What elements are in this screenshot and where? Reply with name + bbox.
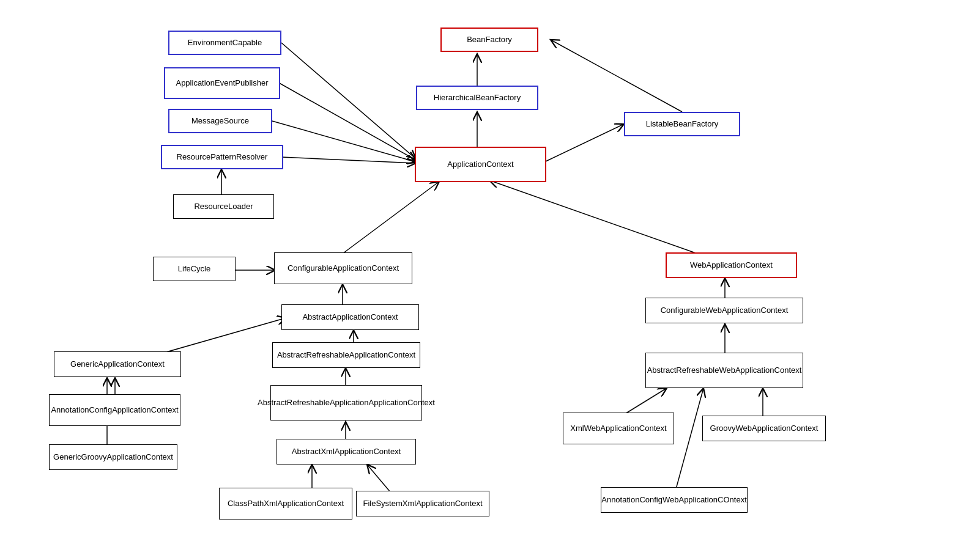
svg-line-11 — [489, 180, 697, 254]
abstractxmlapplicationcontext-node: AbstractXmlApplicationContext — [277, 439, 416, 464]
svg-line-6 — [278, 83, 416, 160]
genericapplicationcontext-node: GenericApplicationContext — [54, 351, 181, 377]
annotationconfigwebapplicationcontext-node: AnnotationConfigWebApplicationCOntext — [601, 487, 748, 513]
genericgroovyapplicationcontext-node: GenericGroovyApplicationContext — [49, 444, 177, 470]
abstractrefreshablewebapplicationcontext-label: AbstractRefreshableWebApplicationContext — [647, 365, 802, 376]
environmentcapable-label: EnvironmentCapable — [188, 38, 262, 48]
svg-line-5 — [281, 43, 416, 159]
groovywebapplicationcontext-label: GroovyWebApplicationContext — [710, 424, 819, 434]
beanfactory-label: BeanFactory — [467, 35, 512, 45]
hierarchicalbeanfactory-label: HierarchicalBeanFactory — [434, 93, 521, 103]
configurablewebapplicationcontext-node: ConfigurableWebApplicationContext — [645, 298, 803, 323]
resourceloader-label: ResourceLoader — [194, 202, 253, 212]
environmentcapable-node: EnvironmentCapable — [168, 31, 281, 55]
filesystemxmlapplicationcontext-node: FileSystemXmlApplicationContext — [356, 491, 489, 516]
beanfactory-node: BeanFactory — [440, 28, 538, 52]
abstractrefreshableapplicationcontext-node: AbstractRefreshableApplicationContext — [272, 342, 420, 368]
annotationconfigapplicationcontext-label: AnnotationConfigApplicationContext — [51, 405, 178, 416]
svg-line-26 — [676, 388, 703, 489]
svg-line-3 — [551, 40, 682, 112]
abstractrefreshablewebapplicationcontext-node: AbstractRefreshableWebApplicationContext — [645, 353, 803, 388]
annotationconfigwebapplicationcontext-label: AnnotationConfigWebApplicationCOntext — [601, 495, 747, 505]
hierarchicalbeanfactory-node: HierarchicalBeanFactory — [416, 86, 538, 110]
groovywebapplicationcontext-node: GroovyWebApplicationContext — [702, 416, 826, 441]
configurablewebapplicationcontext-label: ConfigurableWebApplicationContext — [661, 306, 789, 316]
messagesource-label: MessageSource — [191, 116, 249, 127]
resourcepatternresolver-label: ResourcePatternResolver — [177, 152, 268, 163]
svg-line-10 — [343, 182, 439, 254]
abstractrefreshableapplicationcontext-label: AbstractRefreshableApplicationContext — [277, 350, 415, 361]
filesystemxmlapplicationcontext-label: FileSystemXmlApplicationContext — [363, 499, 482, 509]
abstractxmlapplicationcontext-label: AbstractXmlApplicationContext — [292, 447, 401, 457]
svg-line-8 — [281, 157, 416, 163]
xmlwebapplicationcontext-node: XmlWebApplicationContext — [563, 413, 674, 444]
annotationconfigapplicationcontext-node: AnnotationConfigApplicationContext — [49, 394, 180, 426]
svg-line-7 — [272, 121, 416, 162]
resourceloader-node: ResourceLoader — [173, 194, 274, 219]
lifecycle-label: LifeCycle — [178, 264, 210, 274]
webapplicationcontext-node: WebApplicationContext — [666, 252, 797, 278]
listablebeanfactory-label: ListableBeanFactory — [646, 119, 719, 130]
applicationeventpublisher-label: ApplicationEventPublisher — [176, 78, 268, 89]
applicationeventpublisher-node: ApplicationEventPublisher — [164, 67, 280, 99]
webapplicationcontext-label: WebApplicationContext — [690, 260, 773, 271]
abstractrefreshableapplicationapplicationcontext-label: AbstractRefreshableApplicationApplicatio… — [258, 398, 435, 408]
messagesource-node: MessageSource — [168, 109, 272, 133]
svg-line-24 — [622, 388, 667, 416]
resourcepatternresolver-node: ResourcePatternResolver — [161, 145, 283, 169]
xmlwebapplicationcontext-label: XmlWebApplicationContext — [570, 424, 666, 434]
svg-line-4 — [544, 124, 624, 162]
configurableapplicationcontext-node: ConfigurableApplicationContext — [274, 252, 412, 284]
lifecycle-node: LifeCycle — [153, 257, 236, 281]
applicationcontext-label: ApplicationContext — [447, 160, 513, 170]
listablebeanfactory-node: ListableBeanFactory — [624, 112, 740, 136]
class-diagram: BeanFactory HierarchicalBeanFactory List… — [0, 0, 980, 536]
svg-line-18 — [367, 464, 390, 492]
genericgroovyapplicationcontext-label: GenericGroovyApplicationContext — [53, 452, 173, 463]
abstractapplicationcontext-label: AbstractApplicationContext — [302, 312, 398, 323]
configurableapplicationcontext-label: ConfigurableApplicationContext — [288, 263, 399, 274]
abstractapplicationcontext-node: AbstractApplicationContext — [281, 304, 419, 330]
classpathxmlapplicationcontext-node: ClassPathXmlApplicationContext — [219, 488, 352, 519]
applicationcontext-node: ApplicationContext — [415, 147, 546, 182]
genericapplicationcontext-label: GenericApplicationContext — [70, 359, 165, 370]
classpathxmlapplicationcontext-label: ClassPathXmlApplicationContext — [228, 499, 344, 509]
abstractrefreshableapplicationapplicationcontext-node: AbstractRefreshableApplicationApplicatio… — [270, 385, 422, 420]
